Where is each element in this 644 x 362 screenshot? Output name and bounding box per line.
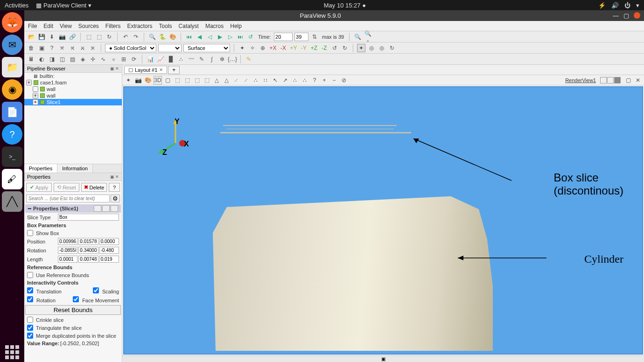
- undo-icon[interactable]: ↶: [121, 33, 130, 41]
- clock[interactable]: May 10 15:27 ●: [91, 2, 598, 9]
- connect-icon[interactable]: 🔗: [68, 33, 77, 41]
- firefox-icon[interactable]: 🦊: [2, 12, 22, 33]
- rotation-y-input[interactable]: [78, 247, 98, 254]
- screenshot-icon[interactable]: 📷: [58, 33, 66, 41]
- sel17-icon[interactable]: −: [330, 76, 338, 84]
- view-nz-icon[interactable]: -Z: [320, 44, 329, 52]
- axes4-icon[interactable]: ⤪: [89, 44, 97, 52]
- bar-icon[interactable]: ▉: [167, 55, 175, 63]
- cube-icon[interactable]: ▣: [37, 44, 46, 52]
- menu-catalyst[interactable]: Catalyst: [179, 23, 199, 29]
- use-ref-bounds-checkbox[interactable]: [27, 272, 33, 278]
- mode-3d-button[interactable]: 3D: [154, 76, 162, 84]
- search-input[interactable]: [26, 195, 110, 202]
- server-icon[interactable]: ⬚: [95, 33, 103, 41]
- play-fwd-icon[interactable]: ▷: [226, 33, 234, 41]
- histogram-icon[interactable]: 📈: [156, 55, 165, 63]
- reload-icon[interactable]: ↻: [105, 33, 113, 41]
- terminal-icon[interactable]: >_: [2, 146, 22, 167]
- trash-icon[interactable]: 🗑: [27, 44, 35, 52]
- play-icon[interactable]: ▶: [216, 33, 224, 41]
- section-properties-slice[interactable]: ━ Properties (Slice1): [25, 204, 121, 213]
- sel14-icon[interactable]: ∴: [301, 76, 309, 84]
- length-z-input[interactable]: [99, 256, 119, 263]
- merge-dup-checkbox[interactable]: [27, 333, 33, 339]
- length-y-input[interactable]: [78, 256, 98, 263]
- sel12-icon[interactable]: ↗: [281, 76, 289, 84]
- palette2-icon[interactable]: 🎨: [144, 76, 152, 84]
- sel2-icon[interactable]: ⬚: [183, 76, 191, 84]
- rot90cw-icon[interactable]: ↻: [341, 44, 349, 52]
- add-layout-button[interactable]: +: [168, 66, 180, 74]
- close-icon[interactable]: [634, 12, 640, 19]
- plot-icon[interactable]: 📊: [146, 55, 154, 63]
- sel18-icon[interactable]: ⊘: [340, 76, 348, 84]
- palette-icon[interactable]: 🎨: [168, 33, 177, 41]
- rotation-checkbox[interactable]: [27, 296, 33, 302]
- threshold-icon[interactable]: ▤: [68, 55, 77, 63]
- close-view-icon[interactable]: ✕: [634, 76, 642, 84]
- close-panel-icon[interactable]: ✕: [115, 174, 119, 179]
- glyph-icon[interactable]: ✢: [89, 55, 97, 63]
- python-icon[interactable]: 🐍: [158, 33, 167, 41]
- pipeline-item-builtin[interactable]: 🖥builtin:: [24, 73, 122, 79]
- view-nx-icon[interactable]: -X: [279, 44, 287, 52]
- sel7-icon[interactable]: ⟋: [232, 76, 240, 84]
- reset-camera-icon[interactable]: ✦: [238, 44, 246, 52]
- translation-checkbox[interactable]: [27, 287, 33, 293]
- prev-frame-icon[interactable]: ◀: [195, 33, 203, 41]
- axes3-icon[interactable]: ⤩: [78, 44, 87, 52]
- axes2-icon[interactable]: ⤨: [68, 44, 77, 52]
- view-py-icon[interactable]: +Y: [289, 44, 298, 52]
- line-icon[interactable]: 〰: [187, 55, 196, 63]
- close-panel-icon[interactable]: ✕: [115, 66, 119, 71]
- layout-tab-1[interactable]: ▢ Layout #1 ✕: [124, 66, 167, 74]
- disconnect-icon[interactable]: ⬚: [84, 33, 93, 41]
- visibility-icon[interactable]: 👁: [26, 80, 32, 85]
- camera-icon[interactable]: 📷: [134, 76, 142, 84]
- brackets-icon[interactable]: {…}: [228, 55, 237, 63]
- triangulate-checkbox[interactable]: [27, 325, 33, 331]
- reset-bounds-button[interactable]: Reset Bounds: [25, 305, 121, 315]
- coloring-combo[interactable]: ● Solid ColorSolid Color: [105, 44, 156, 52]
- copy-icon[interactable]: [94, 205, 101, 212]
- pencil-icon[interactable]: ✎: [245, 55, 253, 63]
- time-current-input[interactable]: [274, 33, 293, 41]
- system-tray[interactable]: ⚡ 🔊 ⏻ ▾: [598, 2, 639, 9]
- apply-button[interactable]: ✔Apply: [26, 183, 52, 192]
- extract-icon[interactable]: ◈: [78, 55, 87, 63]
- axis-icon[interactable]: ✦: [124, 76, 133, 84]
- paste-icon[interactable]: [102, 205, 110, 212]
- sel15-icon[interactable]: ?: [310, 76, 319, 84]
- pipeline-item-wall1[interactable]: wall: [24, 86, 122, 92]
- help-icon[interactable]: ?: [2, 124, 22, 145]
- play-back-icon[interactable]: ◁: [205, 33, 214, 41]
- activities-button[interactable]: Activities: [5, 2, 28, 9]
- axes-icon[interactable]: ⤧: [58, 44, 66, 52]
- power-icon[interactable]: ⏻: [624, 2, 630, 9]
- rhythmbox-icon[interactable]: ◉: [2, 79, 22, 100]
- pipeline-browser[interactable]: 🖥builtin: 👁 case1.foam wall 👁 wall: [24, 73, 122, 164]
- reset-button[interactable]: ⟲Reset: [54, 183, 79, 192]
- time-end-input[interactable]: [294, 33, 308, 41]
- menu-extractors[interactable]: Extractors: [127, 23, 153, 29]
- snow-icon[interactable]: ✼: [218, 55, 226, 63]
- integrate-icon[interactable]: ∫: [208, 55, 216, 63]
- sel3-icon[interactable]: ⬚: [193, 76, 201, 84]
- view-ny-icon[interactable]: -Y: [300, 44, 308, 52]
- app-menu[interactable]: ▦ ParaView Client ▾: [36, 2, 91, 9]
- maximize-view-icon[interactable]: ▢: [624, 76, 632, 84]
- tab-information[interactable]: Information: [57, 164, 93, 173]
- crinkle-checkbox[interactable]: [27, 317, 33, 323]
- paraview-icon[interactable]: ╱╲: [2, 191, 22, 212]
- dock-icon[interactable]: ▣: [110, 66, 114, 71]
- time-stepper-icon[interactable]: ⇅: [310, 33, 319, 41]
- next-frame-icon[interactable]: ⏭: [236, 33, 245, 41]
- find-data-icon[interactable]: 🔍: [148, 33, 156, 41]
- representation-combo[interactable]: Surface: [183, 44, 230, 52]
- sel10-icon[interactable]: ∷: [261, 76, 270, 84]
- sel5-icon[interactable]: △: [212, 76, 221, 84]
- pick-icon[interactable]: ✦: [357, 44, 365, 52]
- visibility-icon[interactable]: 👁: [33, 93, 38, 98]
- network-icon[interactable]: ⚡: [598, 2, 606, 9]
